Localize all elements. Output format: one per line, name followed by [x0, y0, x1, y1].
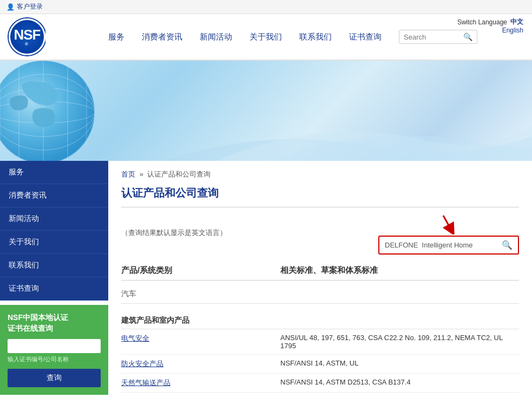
- product-gas-standards: NSF/ANSI 14, ASTM D2513, CSA B137.4: [280, 378, 519, 386]
- cert-input-hint: 输入证书编号/公司名称: [8, 355, 101, 363]
- nav-item-consumer[interactable]: 消费者资讯: [133, 19, 191, 55]
- nsf-logo-dot: ®: [25, 42, 29, 47]
- breadcrumb-home[interactable]: 首页: [121, 170, 135, 178]
- lang-zh[interactable]: 中文: [510, 17, 523, 27]
- login-label[interactable]: 客户登录: [17, 2, 43, 11]
- search-note: （查询结果默认显示是英文语言）: [121, 228, 227, 238]
- sidebar-item-news[interactable]: 新闻活动: [0, 207, 108, 231]
- content-area: 首页 » 认证产品和公司查询 认证产品和公司查询 （查询结果默认显示是英文语言）: [108, 161, 532, 401]
- banner: [0, 61, 532, 161]
- product-row-electrical: 电气安全 ANSI/UL 48, 197, 651, 763, CSA C22.…: [121, 329, 519, 355]
- page-title: 认证产品和公司查询: [121, 186, 519, 200]
- product-fire-standards: NSF/ANSI 14, ASTM, UL: [280, 359, 519, 367]
- table-header: 产品/系统类别 相关标准、草案和体系标准: [121, 261, 519, 281]
- sidebar: 服务 消费者资讯 新闻活动 关于我们 联系我们 证书查询 NSF中国本地认证证书…: [0, 161, 108, 401]
- switch-language-label: Switch Language: [457, 18, 507, 26]
- col-header-standards: 相关标准、草案和体系标准: [280, 265, 519, 276]
- user-icon: 👤: [6, 3, 15, 11]
- sidebar-item-about[interactable]: 关于我们: [0, 231, 108, 254]
- main-layout: 服务 消费者资讯 新闻活动 关于我们 联系我们 证书查询 NSF中国本地认证证书…: [0, 161, 532, 401]
- product-electrical-standards: ANSI/UL 48, 197, 651, 763, CSA C22.2 No.…: [280, 334, 519, 350]
- lang-en[interactable]: English: [502, 27, 523, 34]
- language-switcher: Switch Language 中文 English: [457, 17, 523, 34]
- top-bar: 👤 客户登录: [0, 0, 532, 14]
- product-fire-name[interactable]: 防火安全产品: [121, 359, 280, 369]
- nav-item-news[interactable]: 新闻活动: [191, 19, 241, 55]
- nav-item-about[interactable]: 关于我们: [241, 19, 291, 55]
- breadcrumb-current: 认证产品和公司查询: [147, 170, 211, 178]
- table-row-car: 汽车: [121, 285, 519, 304]
- svg-line-10: [443, 216, 451, 230]
- cert-search-input[interactable]: [385, 241, 502, 249]
- sidebar-item-cert[interactable]: 证书查询: [0, 277, 108, 301]
- sidebar-item-contact[interactable]: 联系我们: [0, 254, 108, 277]
- product-electrical-name[interactable]: 电气安全: [121, 334, 280, 343]
- sidebar-item-consumer[interactable]: 消费者资讯: [0, 184, 108, 207]
- nav-item-contact[interactable]: 联系我们: [291, 19, 340, 55]
- sidebar-green-box: NSF中国本地认证证书在线查询 输入证书编号/公司名称 查询: [0, 305, 108, 395]
- nsf-logo-text: NSF: [14, 28, 41, 42]
- cert-number-input[interactable]: [8, 339, 101, 353]
- banner-wave: [0, 61, 532, 161]
- breadcrumb-sep: »: [140, 170, 143, 178]
- cert-search-box: 🔍: [378, 236, 519, 255]
- section-building: 建筑产品和室内产品: [121, 310, 519, 329]
- breadcrumb: 首页 » 认证产品和公司查询: [121, 170, 519, 179]
- nav-item-services[interactable]: 服务: [100, 19, 133, 55]
- sidebar-item-services[interactable]: 服务: [0, 161, 108, 184]
- cert-search-icon[interactable]: 🔍: [502, 240, 513, 250]
- red-arrow-icon: [435, 213, 462, 234]
- cert-query-button[interactable]: 查询: [8, 369, 101, 387]
- col-header-product: 产品/系统类别: [121, 265, 280, 276]
- product-row-gas: 天然气输送产品 NSF/ANSI 14, ASTM D2513, CSA B13…: [121, 374, 519, 393]
- product-row-fire: 防火安全产品 NSF/ANSI 14, ASTM, UL: [121, 355, 519, 374]
- product-gas-name[interactable]: 天然气输送产品: [121, 378, 280, 388]
- title-divider: [121, 207, 519, 207]
- header-search-input[interactable]: [404, 33, 463, 41]
- nsf-logo[interactable]: NSF ®: [9, 18, 45, 55]
- nav-item-cert[interactable]: 证书查询: [340, 19, 390, 55]
- green-box-title: NSF中国本地认证证书在线查询: [8, 312, 101, 334]
- main-nav: 服务 消费者资讯 新闻活动 关于我们 联系我们 证书查询 🔍: [45, 19, 523, 55]
